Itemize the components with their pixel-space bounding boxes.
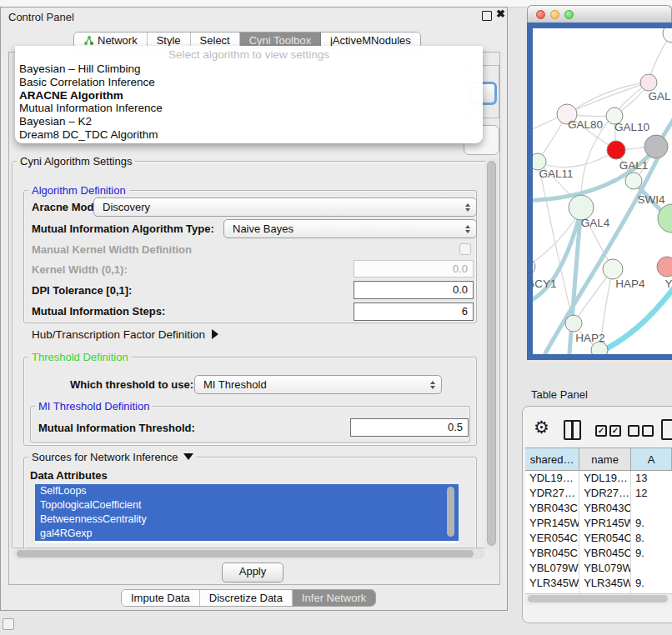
aracne-mode-value: Discovery xyxy=(103,201,150,213)
network-node[interactable] xyxy=(644,135,668,158)
column-header-a[interactable]: A xyxy=(631,448,672,470)
column-header-shared[interactable]: shared… xyxy=(525,448,579,470)
algorithm-option-aracne-algorithm[interactable]: ARACNE Algorithm xyxy=(15,89,483,102)
table-cell: YER054C xyxy=(579,531,631,546)
table-hscrollbar-thumb[interactable] xyxy=(528,595,668,602)
attribute-item-gal4rgexp[interactable]: gal4RGexp xyxy=(35,527,459,541)
aracne-mode-combo[interactable]: Discovery xyxy=(93,198,477,217)
zoom-traffic-light[interactable] xyxy=(564,10,574,19)
mi-threshold-field[interactable]: 0.5 xyxy=(350,418,469,437)
table-row[interactable]: YBL079WYBL079W xyxy=(525,561,672,576)
table-cell: 13 xyxy=(631,471,672,486)
table-cell: YDL19… xyxy=(525,471,579,486)
table-row[interactable]: YPR145WYPR145W9. xyxy=(525,516,672,531)
algorithm-option-mutual-information-inference[interactable]: Mutual Information Inference xyxy=(15,102,483,115)
disclosure-down-icon xyxy=(183,453,193,460)
network-node-swi4[interactable] xyxy=(625,172,642,189)
table-cell: YBL079W xyxy=(579,561,631,576)
which-threshold-combo[interactable]: MI Threshold xyxy=(194,375,442,394)
table-cell: 8. xyxy=(631,531,672,546)
attribute-item-betweennesscentrality[interactable]: BetweennessCentrality xyxy=(35,512,459,527)
algorithm-option-basic-correlation-inference[interactable]: Basic Correlation Inference xyxy=(15,76,483,89)
bottom-tab-infer-network[interactable]: Infer Network xyxy=(293,590,375,606)
algorithm-option-bayesian-k2[interactable]: Bayesian – K2 xyxy=(15,115,483,128)
table-cell xyxy=(631,501,672,516)
mi-type-value: Naive Bayes xyxy=(233,222,293,235)
attribute-list-scrollbar[interactable] xyxy=(447,487,454,537)
apply-button[interactable]: Apply xyxy=(222,562,283,582)
float-panel-icon[interactable] xyxy=(482,11,492,21)
close-panel-icon[interactable]: ✖ xyxy=(496,8,505,20)
split-columns-icon[interactable] xyxy=(564,420,581,440)
minimize-traffic-light[interactable] xyxy=(550,10,559,19)
bottom-tab-discretize-data[interactable]: Discretize Data xyxy=(200,590,293,606)
hub-definition-disclosure[interactable]: Hub/Transcription Factor Definition xyxy=(32,328,218,341)
algorithm-option-bayesian-hill-climbing[interactable]: Bayesian – Hill Climbing xyxy=(15,62,483,76)
algorithm-dropdown-list: Bayesian – Hill ClimbingBasic Correlatio… xyxy=(15,62,483,142)
node-label-gal80: GAL80 xyxy=(568,118,603,131)
network-node-hap4[interactable] xyxy=(603,259,623,279)
table-cell: YBL079W xyxy=(525,561,579,576)
table-cell: 9. xyxy=(631,576,672,591)
close-traffic-light[interactable] xyxy=(536,10,545,19)
table-row[interactable]: YDR27…YDR27…12 xyxy=(525,486,672,501)
mi-type-combo[interactable]: Naive Bayes xyxy=(223,219,477,238)
hub-definition-label: Hub/Transcription Factor Definition xyxy=(32,328,205,341)
tab-label: jActiveMNodules xyxy=(330,34,411,47)
network-edge-highlight[interactable] xyxy=(594,285,672,354)
algorithm-dropdown-placeholder: Select algorithm to view settings xyxy=(15,46,483,62)
network-node-gal1[interactable] xyxy=(607,141,625,159)
gear-icon[interactable]: ⚙ xyxy=(534,418,549,438)
network-node-gal[interactable] xyxy=(640,74,657,91)
hide-columns-unchecked-icon[interactable] xyxy=(628,425,654,437)
node-label-gal11: GAL11 xyxy=(539,168,573,180)
mi-threshold-label: Mutual Information Threshold: xyxy=(38,422,195,434)
attribute-item-selfloops[interactable]: SelfLoops xyxy=(35,484,459,498)
threshold-definition-legend: Threshold Definition xyxy=(28,351,132,363)
table-cell: 12 xyxy=(631,486,672,501)
network-window-titlebar[interactable] xyxy=(527,5,672,22)
sources-legend-label: Sources for Network Inference xyxy=(32,451,178,463)
column-header-name[interactable]: name xyxy=(579,448,631,470)
data-attributes-list: SelfLoopsTopologicalCoefficientBetweenne… xyxy=(35,484,459,543)
checked-box-icon: ✓ xyxy=(609,425,621,437)
node-table: shared…nameA YDL19…YDL19…13YDR27…YDR27…1… xyxy=(525,448,672,593)
bottom-tab-label: Infer Network xyxy=(302,592,366,604)
mi-steps-field[interactable]: 6 xyxy=(354,302,474,321)
mi-type-label: Mutual Information Algorithm Type: xyxy=(32,222,214,235)
network-node[interactable] xyxy=(663,28,672,42)
network-node-hap2[interactable] xyxy=(565,315,582,332)
table-row[interactable]: YBR045CYBR045C9. xyxy=(525,546,672,561)
network-edge[interactable] xyxy=(538,150,616,168)
table-header-row: shared…nameA xyxy=(525,448,672,471)
unchecked-box-icon xyxy=(642,425,654,437)
show-columns-checked-icon[interactable]: ✓ ✓ xyxy=(595,425,621,437)
bottom-tab-impute-data[interactable]: Impute Data xyxy=(122,590,200,606)
sources-legend[interactable]: Sources for Network Inference xyxy=(28,451,197,463)
attribute-item-topologicalcoefficient[interactable]: TopologicalCoefficient xyxy=(35,498,459,512)
checked-box-icon: ✓ xyxy=(595,425,607,437)
node-label-y: Y xyxy=(664,278,672,290)
network-icon xyxy=(83,35,94,46)
collapsed-panel-icon[interactable] xyxy=(3,618,14,630)
algorithm-definition-legend: Algorithm Definition xyxy=(28,184,129,197)
network-node[interactable] xyxy=(591,342,608,354)
table-cell: YPR145W xyxy=(525,516,579,531)
document-icon[interactable] xyxy=(661,419,672,440)
algorithm-option-dream8-dc-tdc-algorithm[interactable]: Dream8 DC_TDC Algorithm xyxy=(15,128,483,142)
tab-label: Network xyxy=(98,34,138,47)
manual-kernel-checkbox[interactable] xyxy=(459,243,471,255)
table-row[interactable]: YER054CYER054C8. xyxy=(525,531,672,546)
network-canvas[interactable]: GALGAL80GAL10GAL1GAL11SWI4GAL4GCY1HAP4YH… xyxy=(533,28,672,354)
cyni-settings-legend: Cyni Algorithm Settings xyxy=(17,155,135,168)
table-cell: YBR043C xyxy=(579,501,631,516)
table-row[interactable]: YBR043CYBR043C xyxy=(525,501,672,516)
table-row[interactable]: YLR345WYLR345W9. xyxy=(525,576,672,591)
network-node-y[interactable] xyxy=(657,257,672,277)
settings-hscrollbar-thumb[interactable] xyxy=(17,550,474,558)
kernel-width-field[interactable]: 0.0 xyxy=(354,260,474,278)
table-row[interactable]: YDL19…YDL19…13 xyxy=(525,471,672,486)
manual-kernel-label: Manual Kernel Width Definition xyxy=(32,243,192,256)
settings-vscrollbar-thumb[interactable] xyxy=(487,161,496,546)
dpi-tolerance-field[interactable]: 0.0 xyxy=(354,281,474,299)
